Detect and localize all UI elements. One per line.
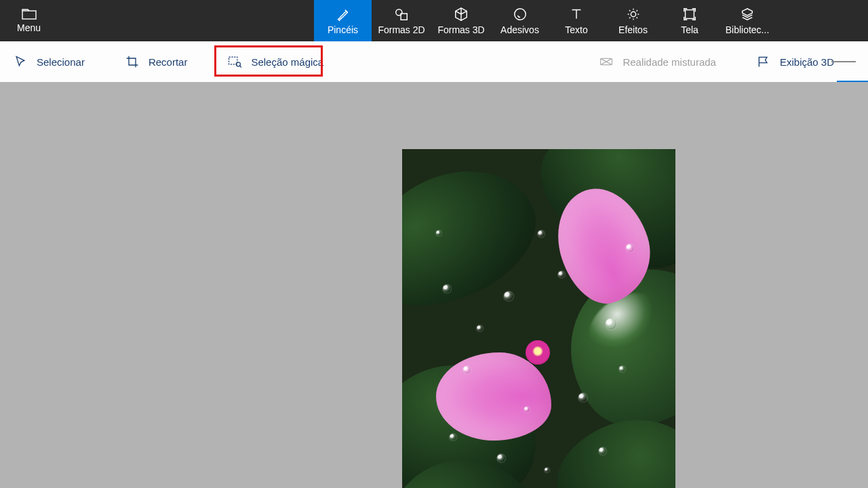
zoom-track: [831, 61, 856, 62]
mixed-reality-icon: [599, 55, 613, 68]
tab-label: Formas 3D: [437, 24, 484, 35]
tab-label: Bibliotec...: [726, 24, 770, 35]
text-icon: [569, 7, 584, 22]
select-tool[interactable]: Selecionar: [0, 41, 98, 82]
flag-icon: [757, 55, 770, 68]
magic-select-tool[interactable]: Seleção mágica: [214, 41, 337, 82]
tab-effects[interactable]: Efeitos: [604, 0, 662, 41]
magic-select-icon: [228, 55, 241, 68]
tab-shapes2d[interactable]: Formas 2D: [372, 0, 431, 41]
svg-rect-5: [686, 9, 694, 18]
tab-label: Pincéis: [328, 24, 358, 35]
tab-label: Tela: [681, 24, 698, 35]
tab-label: Formas 2D: [378, 24, 425, 35]
tab-library[interactable]: Bibliotec...: [717, 0, 777, 41]
ribbon-spacer: [58, 0, 314, 41]
mixed-reality-label: Realidade misturada: [623, 56, 716, 68]
brush-icon: [336, 7, 351, 22]
menu-label: Menu: [17, 22, 41, 33]
sticker-icon: [513, 7, 528, 22]
canvas-image[interactable]: [402, 149, 675, 488]
magic-select-label: Seleção mágica: [251, 56, 323, 68]
shapes2d-icon: [394, 7, 409, 22]
view3d-label: Exibição 3D: [780, 56, 834, 68]
svg-point-4: [631, 12, 635, 16]
flower-subject: [538, 352, 538, 353]
svg-rect-0: [22, 11, 36, 19]
library-icon: [740, 7, 755, 22]
folder-icon: [22, 9, 37, 20]
canvas-icon: [682, 7, 697, 22]
tab-shapes3d[interactable]: Formas 3D: [431, 0, 491, 41]
mixed-reality-tool: Realidade misturada: [586, 41, 730, 82]
ribbon-tabs: Pincéis Formas 2D Formas 3D: [314, 0, 777, 41]
tab-label: Texto: [565, 24, 587, 35]
tab-stickers[interactable]: Adesivos: [491, 0, 549, 41]
tab-canvas[interactable]: Tela: [662, 0, 717, 41]
zoom-slider[interactable]: [831, 41, 868, 82]
cube-icon: [454, 7, 469, 22]
cursor-icon: [14, 55, 27, 68]
svg-point-3: [514, 8, 526, 20]
menu-button[interactable]: Menu: [0, 0, 58, 41]
secondary-toolbar: Selecionar Recortar Seleção mágica Reali…: [0, 41, 868, 82]
canvas-area[interactable]: [0, 82, 868, 488]
tab-label: Adesivos: [500, 24, 539, 35]
tab-brushes[interactable]: Pincéis: [314, 0, 372, 41]
tab-label: Efeitos: [618, 24, 648, 35]
select-label: Selecionar: [37, 56, 85, 68]
effects-icon: [626, 7, 641, 22]
main-ribbon: Menu Pincéis Formas 2D: [0, 0, 868, 41]
crop-icon: [125, 55, 139, 68]
svg-rect-6: [229, 57, 237, 64]
tab-text[interactable]: Texto: [549, 0, 604, 41]
crop-label: Recortar: [149, 56, 188, 68]
crop-tool[interactable]: Recortar: [112, 41, 201, 82]
